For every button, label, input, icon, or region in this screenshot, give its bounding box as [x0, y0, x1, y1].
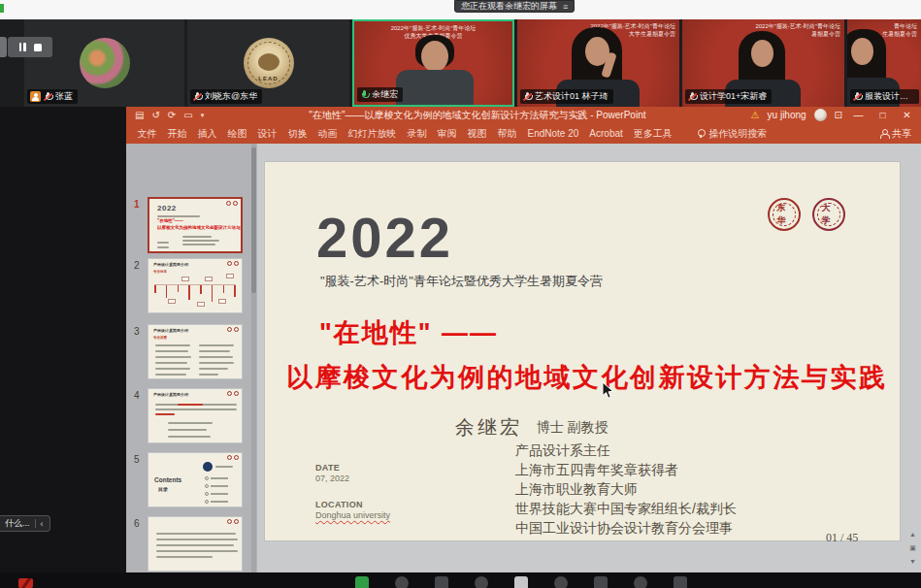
tab-acrobat[interactable]: Acrobat	[584, 128, 628, 139]
tab-more-tools[interactable]: 更多工具	[628, 127, 677, 141]
banner-menu-icon[interactable]: ≡	[563, 2, 568, 12]
university-seal-icon: 东华	[768, 198, 801, 231]
meeting-bottom-toolbar	[0, 572, 921, 588]
title-bar-right: ⚠ yu jihong ⊡ — □ ✕	[751, 109, 915, 121]
next-slide-button[interactable]: ▼	[909, 558, 916, 565]
app-logo[interactable]	[18, 578, 33, 588]
avatar-lead-lion-logo: LEAD	[244, 38, 294, 88]
undo-icon[interactable]: ↺	[151, 111, 159, 120]
mini-seal-icons	[227, 327, 239, 332]
avatar-flower-photo	[80, 38, 130, 88]
account-name[interactable]: yu jihong	[768, 110, 806, 120]
mini-seal-icons	[226, 201, 238, 206]
account-avatar[interactable]	[814, 109, 827, 121]
speaker-credentials: 产品设计系主任 上海市五四青年奖章获得者 上海市职业教育大师 世界技能大赛中国专…	[515, 441, 737, 538]
tab-insert[interactable]: 插入	[192, 127, 222, 141]
slide-thumbnail-2[interactable]: 产品设计系简要介绍 专业沿革	[148, 258, 243, 313]
ppt-title-bar: ▤ ↺ ⟳ ▭ ▾ "在地性"——以摩梭文化为例的地域文化创新设计方法研究与实践…	[126, 107, 921, 123]
thumbnail-scrollbar[interactable]	[251, 144, 256, 572]
slide-thumbnail-4[interactable]: 产品设计系简要介绍	[148, 388, 243, 443]
slide-number: 6	[134, 518, 140, 529]
slide-editor-area: 东华 大学 2022 "服装-艺术-时尚"青年论坛暨优秀大学生暑期夏令营 "在地…	[257, 144, 921, 572]
share-button[interactable]: 共享	[879, 123, 911, 144]
nav-handle-icon[interactable]: ▣	[909, 544, 916, 551]
video-tile-zhanglan[interactable]: 张蓝	[24, 19, 184, 107]
pause-button[interactable]	[19, 43, 26, 51]
ribbon-tab-row: 文件 开始 插入 绘图 设计 切换 动画 幻灯片放映 录制 审阅 视图 帮助 E…	[126, 123, 921, 144]
participant-name: 设计学01+宋新睿	[700, 90, 767, 103]
slide-number: 1	[134, 199, 140, 210]
minimize-button[interactable]: —	[850, 110, 867, 120]
slideshow-icon[interactable]: ▭	[183, 111, 192, 120]
mic-active-icon	[360, 90, 369, 100]
mic-muted-icon	[523, 92, 532, 102]
mic-toolbar-icon[interactable]	[395, 576, 409, 588]
meeting-app-icon[interactable]	[355, 576, 369, 588]
tab-record[interactable]: 录制	[402, 127, 432, 141]
settings-icon[interactable]	[674, 576, 687, 588]
chat-message-text: 什么...	[5, 517, 30, 530]
restore-button[interactable]: □	[874, 110, 891, 120]
stop-button[interactable]	[34, 44, 42, 51]
slide-number: 2	[134, 260, 140, 271]
slide-thumbnail-1[interactable]: 2022 "在地性"—— 以摩梭文化为例的地域文化创新设计方法与实践	[148, 197, 243, 253]
search-label: 操作说明搜索	[708, 127, 767, 141]
video-tile-linziqi[interactable]: 2022年"服装-艺术-时尚"青年论坛 大学生暑期夏令营 艺术设计01 林子琦	[517, 19, 679, 107]
video-tile-songxinrui[interactable]: 2022年"服装-艺术-时尚"青年论坛 暑期夏令营 设计学01+宋新睿	[682, 19, 844, 107]
slide-number: 3	[134, 326, 140, 337]
tab-help[interactable]: 帮助	[492, 127, 522, 141]
share-screen-icon[interactable]	[514, 576, 528, 588]
slide-canvas[interactable]: 东华 大学 2022 "服装-艺术-时尚"青年论坛暨优秀大学生暑期夏令营 "在地…	[264, 161, 901, 541]
host-badge-icon	[30, 91, 41, 102]
mic-muted-icon	[193, 92, 202, 102]
redo-icon[interactable]: ⟳	[168, 111, 176, 120]
tell-me-search[interactable]: 操作说明搜索	[697, 127, 767, 141]
collapse-chat-icon[interactable]: ‹	[41, 519, 44, 529]
tab-transitions[interactable]: 切换	[282, 127, 312, 141]
mouse-cursor	[602, 381, 614, 400]
tab-slideshow[interactable]: 幻灯片放映	[343, 127, 402, 141]
date-value: 07, 2022	[315, 474, 349, 483]
tab-home[interactable]: 开始	[162, 127, 192, 141]
slide-thumbnail-3[interactable]: 产品设计系简要介绍 专业设置	[148, 324, 243, 379]
slide-thumbnail-6[interactable]	[148, 516, 243, 572]
tab-view[interactable]: 视图	[462, 127, 492, 141]
mic-muted-icon	[853, 92, 862, 102]
save-icon[interactable]: ▤	[135, 111, 144, 120]
powerpoint-window: ▤ ↺ ⟳ ▭ ▾ "在地性"——以摩梭文化为例的地域文化创新设计方法研究与实践…	[126, 107, 921, 572]
tab-endnote[interactable]: EndNote 20	[522, 128, 584, 139]
warning-icon[interactable]: ⚠	[751, 110, 760, 120]
lock-icon[interactable]	[554, 576, 568, 588]
screen: 您正在观看余继宏的屏幕 ≡ 张蓝 LEAD 刘晓东@东华	[0, 0, 921, 588]
close-button[interactable]: ✕	[899, 110, 915, 120]
chat-icon[interactable]	[594, 576, 608, 588]
camera-toolbar-icon[interactable]	[435, 576, 448, 588]
video-tile-liuxiaodong[interactable]: LEAD 刘晓东@东华	[187, 19, 349, 107]
tab-file[interactable]: 文件	[132, 127, 162, 141]
slide-nav-cluster: ▲ ▣ ▼	[906, 531, 919, 565]
participant-name: 刘晓东@东华	[205, 90, 257, 103]
mini-timeline	[154, 284, 236, 302]
university-seal-icon: 大学	[812, 198, 845, 231]
video-tile-yujihong[interactable]: 2022年"服装-艺术-时尚"青年论坛 优秀大学生暑期夏令营 余继宏	[352, 19, 514, 107]
display-settings-icon[interactable]: ⊡	[835, 110, 842, 120]
participant-label: 余继宏	[357, 87, 403, 102]
tab-draw[interactable]: 绘图	[222, 127, 252, 141]
previous-slide-button[interactable]: ▲	[909, 531, 916, 538]
tab-animations[interactable]: 动画	[312, 127, 343, 141]
mini-seal-icons	[227, 261, 239, 266]
video-tile-fuzhuang[interactable]: 青年论坛 生暑期夏令营 服装设计与工程	[847, 19, 921, 107]
tab-design[interactable]: 设计	[252, 127, 282, 141]
slide-thumbnail-5[interactable]: Contents 目录	[148, 452, 243, 507]
mini-contents-badge	[203, 462, 213, 472]
mini-seal-icons	[227, 455, 239, 460]
watching-screen-banner[interactable]: 您正在观看余继宏的屏幕 ≡	[454, 0, 575, 13]
participants-icon[interactable]	[475, 576, 488, 588]
tab-review[interactable]: 审阅	[432, 127, 462, 141]
record-toolbar-icon[interactable]	[634, 576, 647, 588]
participant-label: 张蓝	[27, 89, 78, 104]
slide-subtitle: "服装-艺术-时尚"青年论坛暨优秀大学生暑期夏令营	[320, 273, 603, 290]
chat-message-bubble[interactable]: 什么... ‹	[0, 515, 50, 532]
collapsed-side-tab[interactable]	[0, 37, 7, 57]
slide-number: 5	[134, 454, 140, 465]
